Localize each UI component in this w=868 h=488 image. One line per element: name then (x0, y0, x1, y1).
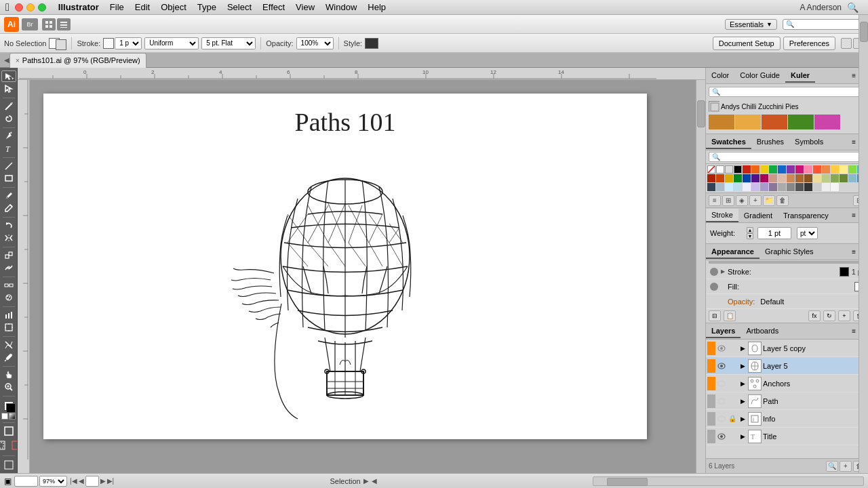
bar-graph-tool[interactable] (1, 309, 16, 321)
page-input[interactable]: 1 (85, 476, 99, 487)
screen-mode-button[interactable] (1, 459, 16, 470)
swatch-pink[interactable] (795, 165, 804, 174)
layer-expand-info[interactable]: ▶ (738, 415, 747, 423)
artboard-nav-icon[interactable]: ▣ (4, 476, 12, 486)
menu-select[interactable]: Select (222, 1, 257, 14)
weight-up-btn[interactable]: ▲ (747, 227, 753, 233)
swatch-violet[interactable] (751, 183, 760, 191)
fullscreen-window-button[interactable] (38, 3, 46, 12)
menu-window[interactable]: Window (320, 1, 362, 14)
kuler-swatch-2[interactable] (735, 115, 761, 129)
selection-tool[interactable] (1, 70, 16, 82)
symbol-sprayer-tool[interactable] (1, 292, 16, 304)
tab-transparency[interactable]: Transparency (778, 209, 834, 222)
opacity-label-link[interactable]: Opacity: (728, 298, 755, 306)
swatch-tan[interactable] (787, 174, 795, 182)
page-first-btn[interactable]: |◀ (70, 477, 77, 485)
swatch-peach[interactable] (778, 174, 786, 182)
bridge-button[interactable]: Br (22, 18, 38, 30)
menu-view[interactable]: View (290, 1, 320, 14)
swatch-orange[interactable] (751, 165, 760, 174)
stroke-menu-icon[interactable]: ≡ (849, 211, 859, 219)
swatch-darkbrown[interactable] (804, 174, 812, 182)
layer-row-anchors[interactable]: ▶ Anchors (706, 375, 868, 392)
weight-stepper[interactable]: ▲ ▼ (747, 227, 753, 239)
artboard[interactable]: Paths 101 (43, 94, 647, 439)
reshape-tool[interactable] (1, 262, 16, 274)
layer-visibility-btn-anchors[interactable] (717, 379, 726, 388)
stroke-visibility-btn[interactable] (710, 268, 718, 276)
layer-row-5copy[interactable]: ▶ Layer 5 copy (706, 340, 868, 357)
kuler-swatch-3[interactable] (762, 115, 787, 129)
style-swatch[interactable] (365, 38, 378, 49)
lasso-tool[interactable] (1, 113, 16, 125)
tab-layers[interactable]: Layers (706, 325, 741, 338)
tab-kuler[interactable]: Kuler (785, 69, 815, 83)
swatch-sage[interactable] (822, 174, 830, 182)
new-fill-btn[interactable]: + (838, 310, 850, 321)
swatch-darkgray[interactable] (795, 183, 804, 191)
swatch-blue[interactable] (778, 165, 786, 174)
panel-menu-icon[interactable]: ≡ (849, 72, 859, 79)
layer-expand-btn[interactable]: ▶ (738, 344, 747, 352)
swatch-nearwhite[interactable] (831, 183, 839, 191)
clear-appearance-btn[interactable]: ⊟ (709, 310, 721, 321)
menu-type[interactable]: Type (192, 1, 222, 14)
artboard-tool[interactable] (1, 322, 16, 333)
layer-row-info[interactable]: 🔒 ▶ i Info (706, 410, 868, 428)
color-groups-btn[interactable]: ◈ (736, 195, 748, 206)
page-last-btn[interactable]: ▶| (107, 477, 115, 485)
find-layer-btn[interactable]: 🔍 (826, 461, 838, 472)
swatch-purple[interactable] (787, 165, 795, 174)
stroke-cap-select[interactable]: 5 pt. Flat (201, 37, 256, 49)
menu-file[interactable]: File (104, 1, 130, 14)
swatch-darkolive[interactable] (840, 174, 848, 182)
close-window-button[interactable] (15, 3, 23, 12)
swatch-gray[interactable] (787, 183, 795, 191)
tab-brushes[interactable]: Brushes (751, 136, 789, 149)
swatch-darkpurple[interactable] (751, 174, 760, 182)
menu-help[interactable]: Help (362, 1, 391, 14)
view-button-2[interactable] (57, 18, 71, 30)
show-all-swatches-btn[interactable]: ⊞ (722, 195, 734, 206)
swatch-lightgray[interactable] (813, 183, 821, 191)
swatch-cream[interactable] (813, 174, 821, 182)
blend-tool[interactable] (1, 279, 16, 291)
tab-gradient[interactable]: Gradient (738, 209, 778, 222)
opacity-select[interactable]: 100% (296, 37, 334, 49)
swatch-offwhite[interactable] (822, 183, 830, 191)
layer-lock-info[interactable]: 🔒 (728, 414, 737, 424)
swatch-darkgreen[interactable] (734, 174, 742, 182)
eyedropper-tool[interactable] (1, 352, 16, 363)
tab-swatches[interactable]: Swatches (706, 136, 751, 149)
hand-tool[interactable] (1, 369, 16, 380)
swatch-red[interactable] (743, 165, 751, 174)
swatch-lightyellow[interactable] (840, 165, 848, 174)
swatch-navy[interactable] (707, 183, 715, 191)
magic-wand-tool[interactable] (1, 100, 16, 112)
swap-colors-button[interactable] (9, 413, 16, 420)
scroll-thumb-v[interactable] (697, 100, 705, 127)
fill-color-selector[interactable] (49, 37, 66, 50)
layer-row-title[interactable]: ▶ T Title (706, 428, 868, 445)
new-layer-btn[interactable]: + (840, 461, 852, 472)
workspace-dropdown[interactable]: Essentials ▼ (725, 19, 777, 30)
swatches-search-input[interactable] (720, 153, 829, 161)
swatch-frost[interactable] (734, 183, 742, 191)
tab-appearance[interactable]: Appearance (706, 245, 760, 259)
file-tab[interactable]: × Paths101.ai @ 97% (RGB/Preview) (9, 53, 146, 68)
swatch-olive[interactable] (831, 174, 839, 182)
layer-row-path[interactable]: ▶ Path (706, 392, 868, 410)
swatches-menu-icon[interactable]: ≡ (849, 138, 859, 146)
swatch-lightpink[interactable] (804, 165, 812, 174)
zoom-input[interactable]: 97% (14, 476, 38, 487)
swatch-darkred[interactable] (707, 174, 715, 182)
swatch-register[interactable] (725, 165, 733, 174)
stroke-color-box[interactable] (103, 38, 114, 49)
layers-menu-icon[interactable]: ≡ (849, 327, 859, 335)
swatch-brown[interactable] (795, 174, 804, 182)
search-icon[interactable]: 🔍 (847, 2, 859, 13)
preferences-button[interactable]: Preferences (783, 37, 835, 50)
layer-visibility-btn-info[interactable] (717, 414, 726, 424)
swatch-yellow[interactable] (760, 165, 768, 174)
